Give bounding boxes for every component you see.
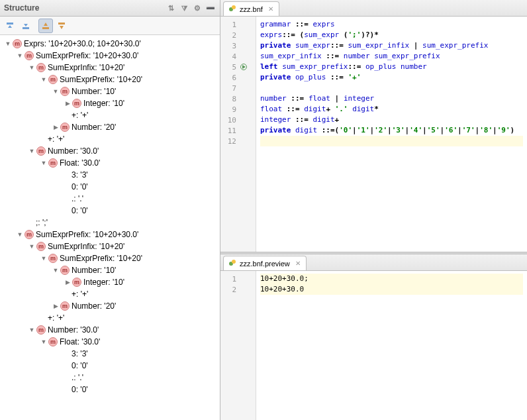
code-line[interactable]: float ::= digit+ '.' digit* xyxy=(260,104,523,115)
tree-label: +: '+' xyxy=(72,289,88,299)
tree-row[interactable]: 0: '0' xyxy=(0,384,220,395)
tree-row[interactable]: 0: '0' xyxy=(0,205,220,217)
tree-row[interactable]: ;: ';' xyxy=(0,217,220,229)
tree-row[interactable]: 0: '0' xyxy=(0,181,220,193)
chevron-down-icon[interactable]: ▼ xyxy=(28,243,36,250)
tree-row[interactable]: ▼mNumber: '10' xyxy=(0,264,220,276)
preview-code[interactable]: 10+20+30.0;10+20+30.0 xyxy=(256,271,527,420)
chevron-down-icon[interactable]: ▼ xyxy=(40,255,48,262)
tree-row[interactable]: ▼mFloat: '30.0' xyxy=(0,157,220,169)
method-icon: m xyxy=(72,98,82,109)
tree-row[interactable]: +: '+' xyxy=(0,288,220,300)
gutter-mark-empty xyxy=(239,126,248,135)
tree-row[interactable]: +: '+' xyxy=(0,133,220,145)
settings-icon[interactable]: ⚙ xyxy=(192,3,203,13)
gutter-mark-empty xyxy=(239,285,248,294)
tree-row[interactable]: +: '+' xyxy=(0,109,220,121)
tree-row[interactable]: ▶mNumber: '20' xyxy=(0,300,220,312)
tree-row[interactable]: ▼mSumExprPrefix: '10+20+30.0' xyxy=(0,229,220,240)
tree-icon-empty xyxy=(60,110,70,121)
code-line[interactable]: sum_expr_infix ::= number sum_expr_prefi… xyxy=(260,51,523,62)
method-icon: m xyxy=(48,74,58,85)
tree-row[interactable]: 3: '3' xyxy=(0,169,220,181)
tree-row[interactable]: ▶mNumber: '20' xyxy=(0,121,220,133)
svg-rect-3 xyxy=(58,23,65,25)
chevron-right-icon[interactable]: ▶ xyxy=(64,279,72,286)
chevron-down-icon[interactable]: ▼ xyxy=(16,52,24,59)
chevron-down-icon[interactable]: ▼ xyxy=(40,339,48,345)
tree-row[interactable]: .: '.' xyxy=(0,193,220,205)
hide-icon[interactable]: ➖ xyxy=(205,3,216,13)
method-icon: m xyxy=(48,253,58,264)
chevron-down-icon[interactable]: ▼ xyxy=(16,231,24,238)
run-marker-icon xyxy=(239,62,248,72)
code-line[interactable]: number ::= float | integer xyxy=(260,93,523,104)
structure-tree[interactable]: ▼mExprs: '10+20+30.0; 10+20+30.0'▼mSumEx… xyxy=(0,35,220,420)
chevron-down-icon[interactable]: ▼ xyxy=(28,327,36,333)
tree-row[interactable]: 0: '0' xyxy=(0,360,220,372)
close-icon[interactable]: ✕ xyxy=(295,260,301,267)
code-line[interactable]: grammar ::= exprs xyxy=(260,19,523,30)
chevron-down-icon[interactable]: ▼ xyxy=(52,267,60,274)
tree-icon-empty xyxy=(60,193,70,204)
preview-pane: zzz.bnf.preview ✕ 12 10+20+30.0;10+20+30… xyxy=(220,254,527,420)
code-line[interactable] xyxy=(260,136,523,146)
autoscroll-from-source-button[interactable] xyxy=(54,19,69,33)
close-icon[interactable]: ✕ xyxy=(268,5,273,13)
code-line[interactable]: private digit ::=('0'|'1'|'2'|'3'|'4'|'5… xyxy=(260,125,523,136)
chevron-down-icon[interactable]: ▼ xyxy=(40,160,48,166)
line-number: 11 xyxy=(220,127,239,135)
code-line[interactable]: private sum_expr::= sum_expr_infix | sum… xyxy=(260,40,523,51)
tab-zzz-bnf-preview[interactable]: zzz.bnf.preview ✕ xyxy=(223,256,307,270)
sort-icon[interactable]: ⇅ xyxy=(166,3,176,13)
gutter-mark-empty xyxy=(239,274,248,284)
chevron-down-icon[interactable]: ▼ xyxy=(52,88,60,95)
code-line[interactable]: left sum_expr_prefix::= op_plus number xyxy=(260,62,523,72)
tree-row[interactable]: ▼mSumExprPrefix: '10+20' xyxy=(0,252,220,264)
tree-row[interactable]: ▼mNumber: '10' xyxy=(0,85,220,97)
tree-row[interactable]: ▼mFloat: '30.0' xyxy=(0,336,220,348)
chevron-right-icon[interactable]: ▶ xyxy=(52,124,60,131)
tree-row[interactable]: ▶mInteger: '10' xyxy=(0,276,220,288)
code-line[interactable]: exprs::= (sum_expr (';')?)* xyxy=(260,30,523,40)
tab-zzz-bnf[interactable]: zzz.bnf ✕ xyxy=(223,1,279,16)
tree-label: Exprs: '10+20+30.0; 10+20+30.0' xyxy=(24,39,141,48)
collapse-all-button[interactable] xyxy=(19,19,33,33)
bnf-file-icon xyxy=(229,260,237,268)
chevron-down-icon[interactable]: ▼ xyxy=(28,64,36,71)
tree-row[interactable]: ▼mNumber: '30.0' xyxy=(0,324,220,336)
tree-row[interactable]: ▼mSumExprPrefix: '10+20+30.0' xyxy=(0,50,220,62)
tab-label: zzz.bnf.preview xyxy=(240,260,290,268)
tree-row[interactable]: ▼mSumExprInfix: '10+20' xyxy=(0,62,220,74)
code-line[interactable] xyxy=(260,83,523,93)
chevron-down-icon[interactable]: ▼ xyxy=(28,148,36,154)
tree-label: Float: '30.0' xyxy=(60,158,100,168)
tree-row[interactable]: 3: '3' xyxy=(0,348,220,360)
code-line[interactable]: integer ::= digit+ xyxy=(260,115,523,125)
tree-label: SumExprPrefix: '10+20+30.0' xyxy=(36,51,138,60)
code-editor[interactable]: 123456789101112 grammar ::= exprsexprs::… xyxy=(220,17,527,252)
code-line[interactable]: 10+20+30.0; xyxy=(260,274,523,284)
tree-label: Integer: '10' xyxy=(83,278,124,287)
method-icon: m xyxy=(60,122,70,132)
autoscroll-source-button[interactable] xyxy=(38,19,53,33)
chevron-right-icon[interactable]: ▶ xyxy=(64,100,72,107)
tree-row[interactable]: ▶mInteger: '10' xyxy=(0,97,220,109)
tree-row[interactable]: ▼mExprs: '10+20+30.0; 10+20+30.0' xyxy=(0,38,220,50)
chevron-down-icon[interactable]: ▼ xyxy=(4,40,12,47)
chevron-down-icon[interactable]: ▼ xyxy=(40,76,48,83)
preview-editor[interactable]: 12 10+20+30.0;10+20+30.0 xyxy=(220,271,527,420)
editor-code[interactable]: grammar ::= exprsexprs::= (sum_expr (';'… xyxy=(256,17,527,252)
code-line[interactable]: private op_plus ::= '+' xyxy=(260,72,523,83)
tree-row[interactable]: .: '.' xyxy=(0,372,220,384)
tree-row[interactable]: ▼mNumber: '30.0' xyxy=(0,145,220,157)
filter-icon[interactable]: ⧩ xyxy=(179,3,189,13)
tree-row[interactable]: ▼mSumExprInfix: '10+20' xyxy=(0,240,220,252)
expand-all-button[interactable] xyxy=(3,19,17,33)
tree-row[interactable]: +: '+' xyxy=(0,312,220,324)
code-line[interactable]: 10+20+30.0 xyxy=(260,284,523,295)
method-icon: m xyxy=(36,62,46,73)
tree-label: +: '+' xyxy=(72,111,88,120)
tree-row[interactable]: ▼mSumExprPrefix: '10+20' xyxy=(0,74,220,85)
chevron-right-icon[interactable]: ▶ xyxy=(52,303,60,309)
